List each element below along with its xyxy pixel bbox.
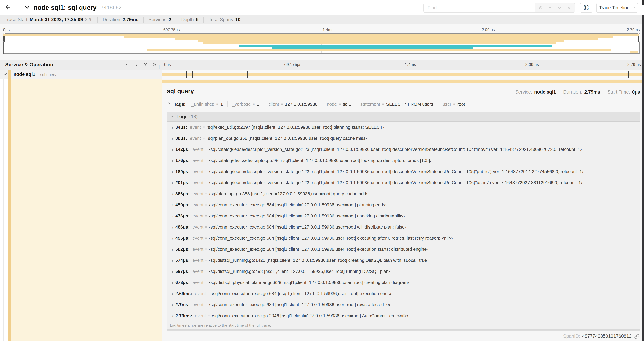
minimap-canvas[interactable] — [3, 33, 640, 54]
log-tick-mark — [168, 71, 168, 78]
log-entry[interactable]: ›2.7ms:event=‹sql/conn_executor_exec.go:… — [167, 299, 640, 310]
trace-stats-bar: Trace Start March 31 2022, 17:25:09 .326… — [0, 15, 644, 24]
log-timestamp: 574μs: — [175, 258, 190, 263]
log-entry[interactable]: ›34μs:event=‹sql/exec_util.go:2297 [nsql… — [167, 122, 640, 133]
log-entry[interactable]: ›476μs:event=‹sql/conn_executor_exec.go:… — [167, 210, 640, 221]
logs-section: Logs (18) ›34μs:event=‹sql/exec_util.go:… — [167, 112, 640, 329]
log-expand-chevron-icon[interactable]: › — [170, 191, 175, 196]
deep-link-icon[interactable] — [634, 334, 640, 339]
prev-match-icon[interactable] — [546, 4, 554, 11]
log-tick-mark — [279, 71, 280, 78]
next-match-icon[interactable] — [556, 4, 563, 11]
minimap-tick-label: 1.4ms — [322, 28, 334, 32]
log-tick-mark — [248, 71, 249, 78]
log-value: ‹sql/distsql_running.go:1420 [nsql1,clie… — [209, 258, 428, 263]
expand-one-icon[interactable] — [134, 63, 139, 67]
log-value: ‹sql/conn_executor_exec.go:684 [nsql1,cl… — [209, 202, 386, 208]
log-entry[interactable]: ›486μs:event=‹sql/conn_executor_exec.go:… — [167, 221, 640, 232]
background-window-corner — [642, 0, 644, 5]
back-button[interactable] — [0, 0, 16, 15]
log-expand-chevron-icon[interactable]: › — [170, 247, 175, 251]
minimap-tick-label: 2.79ms — [627, 28, 640, 32]
tag-value: 127.0.0.1:59936 — [285, 102, 318, 107]
log-expand-chevron-icon[interactable]: › — [170, 280, 175, 285]
log-expand-chevron-icon[interactable]: › — [170, 313, 175, 318]
log-equals: = — [205, 158, 207, 163]
log-value: ‹sql/conn_executor_exec.go:684 [nsql1,cl… — [209, 247, 428, 252]
log-expand-chevron-icon[interactable]: › — [170, 225, 175, 229]
log-expand-chevron-icon[interactable]: › — [170, 180, 175, 185]
clear-find-icon[interactable] — [566, 4, 572, 11]
log-entry[interactable]: ›678μs:event=‹sql/distsql_physical_plann… — [167, 277, 640, 288]
detail-gutter-line — [4, 79, 4, 341]
find-input[interactable] — [424, 3, 535, 13]
focus-match-icon[interactable] — [537, 4, 544, 11]
tag-equals: = — [339, 102, 341, 106]
find-suffix-toolbar — [535, 3, 575, 13]
log-value: ‹sql/catalog/lease/descriptor_version_st… — [209, 169, 584, 174]
log-entry[interactable]: ›189μs:event=‹sql/catalog/lease/descript… — [167, 166, 640, 177]
log-entry[interactable]: ›201μs:event=‹sql/catalog/lease/descript… — [167, 177, 640, 188]
log-expand-chevron-icon[interactable]: › — [170, 136, 175, 141]
log-entry[interactable]: ›2.69ms:event=‹sql/conn_executor_exec.go… — [167, 288, 640, 299]
minimap-span — [198, 40, 564, 42]
expand-all-icon[interactable] — [152, 63, 157, 67]
stat-depth: Depth6 — [176, 17, 204, 23]
collapse-all-icon[interactable] — [143, 63, 148, 67]
tag-equals: = — [281, 102, 283, 106]
log-expand-chevron-icon[interactable]: › — [170, 302, 175, 307]
log-field: event — [192, 158, 204, 163]
span-id-value: 4877749850101760812 — [582, 333, 632, 339]
title-collapse-chevron-icon[interactable] — [24, 5, 30, 11]
background-window-edge — [642, 15, 644, 341]
ruler-tick-label: 1.4ms — [405, 62, 416, 67]
span-operation-name: sql query — [40, 72, 56, 77]
log-expand-chevron-icon[interactable]: › — [170, 258, 175, 262]
collapse-one-icon[interactable] — [125, 63, 130, 67]
tags-row[interactable]: Tags: _unfinished=1_verbose=1client=127.… — [167, 98, 640, 110]
minimap-tick-labels: 0μs 697.75μs 1.4ms 2.09ms 2.79ms — [3, 26, 640, 32]
log-expand-chevron-icon[interactable]: › — [170, 269, 175, 274]
tag-key: _verbose — [232, 102, 251, 107]
ruler-tick-label: 2.09ms — [525, 62, 539, 67]
ruler-gridline — [524, 60, 524, 70]
log-entry[interactable]: ›574μs:event=‹sql/distsql_running.go:142… — [167, 255, 640, 266]
log-expand-chevron-icon[interactable]: › — [170, 291, 175, 296]
log-entry[interactable]: ›459μs:event=‹sql/conn_executor_exec.go:… — [167, 199, 640, 210]
log-expand-chevron-icon[interactable]: › — [170, 169, 175, 174]
log-entry[interactable]: ›142μs:event=‹sql/catalog/lease/descript… — [167, 144, 640, 155]
trace-view-selector[interactable]: Trace Timeline — [596, 3, 638, 13]
log-field: event — [192, 169, 204, 174]
log-entry[interactable]: ›366μs:event=‹sql/plan_opt.go:358 [nsql1… — [167, 188, 640, 199]
logs-count: (18) — [190, 114, 198, 119]
log-value: ‹sql/catalog/lease/descriptor_version_st… — [209, 147, 582, 152]
column-resize-grip[interactable]: ∥ — [158, 65, 160, 69]
span-name-cell[interactable]: node sql1 sql query — [0, 70, 162, 79]
log-expand-chevron-icon[interactable]: › — [170, 236, 175, 240]
log-timestamp: 201μs: — [175, 180, 190, 185]
log-expand-chevron-icon[interactable]: › — [170, 203, 175, 207]
log-entry[interactable]: ›502μs:event=‹sql/conn_executor_exec.go:… — [167, 244, 640, 255]
span-collapse-chevron-icon[interactable] — [3, 72, 7, 77]
span-duration-bar[interactable] — [162, 73, 644, 76]
log-entry[interactable]: ›176μs:event=‹sql/catalog/descs/descript… — [167, 155, 640, 166]
minimap-left-scrubber[interactable] — [4, 34, 4, 54]
log-entry[interactable]: ›597μs:event=‹sql/distsql_running.go:498… — [167, 266, 640, 277]
log-expand-chevron-icon[interactable]: › — [170, 214, 175, 218]
log-entry[interactable]: ›495μs:event=‹sql/conn_executor_exec.go:… — [167, 232, 640, 244]
tag-value: root — [457, 102, 465, 107]
log-tick-mark — [176, 71, 176, 78]
log-expand-chevron-icon[interactable]: › — [170, 147, 175, 152]
minimap-right-scrubber[interactable] — [639, 34, 640, 54]
tags-expand-chevron-icon[interactable] — [167, 102, 171, 107]
logs-collapse-chevron-icon[interactable] — [170, 114, 174, 119]
logs-header[interactable]: Logs (18) — [167, 112, 640, 122]
log-expand-chevron-icon[interactable]: › — [170, 125, 175, 129]
minimap-tick-label: 697.75μs — [164, 28, 180, 32]
stat-total-spans: Total Spans10 — [204, 17, 245, 23]
keyboard-shortcuts-button[interactable]: ⌘ — [580, 3, 592, 13]
log-entry[interactable]: ›80μs:event=‹sql/plan_opt.go:358 [nsql1,… — [167, 133, 640, 144]
log-entry[interactable]: ›2.79ms:event=‹sql/conn_executor_exec.go… — [167, 310, 640, 321]
stat-trace-start: Trace Start March 31 2022, 17:25:09 .326 — [0, 17, 98, 23]
log-expand-chevron-icon[interactable]: › — [170, 158, 175, 163]
